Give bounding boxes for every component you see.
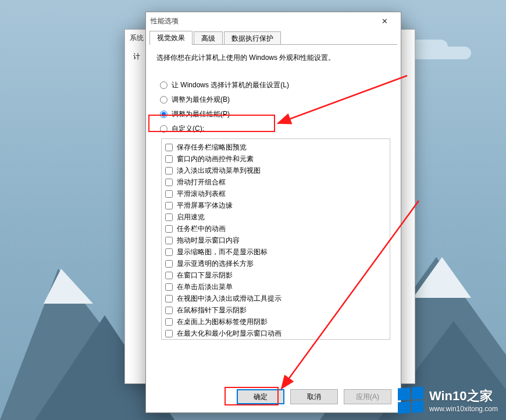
checkbox-row[interactable]: 在单击后淡出菜单 (165, 281, 386, 293)
checkbox-label: 任务栏中的动画 (177, 223, 226, 234)
checkbox-input[interactable] (165, 318, 173, 326)
checkbox-input[interactable] (165, 272, 173, 279)
close-icon[interactable]: ✕ (373, 13, 396, 29)
radio-best-performance[interactable]: 调整为最佳性能(P) (160, 109, 390, 119)
radio-label: 自定义(C): (172, 124, 204, 134)
visual-effects-checklist[interactable]: 保存任务栏缩略图预览窗口内的动画控件和元素淡入淡出或滑动菜单到视图滑动打开组合框… (161, 138, 390, 340)
watermark-title: Win10之家 (429, 387, 498, 405)
back-body-fragment: 计 (133, 52, 140, 60)
tab-visual-effects[interactable]: 视觉效果 (149, 31, 193, 45)
checkbox-label: 启用速览 (177, 211, 205, 223)
windows-logo-icon (398, 386, 423, 414)
checkbox-row[interactable]: 启用速览 (165, 211, 386, 223)
checkbox-label: 在单击后淡出菜单 (177, 281, 233, 293)
radio-label: 调整为最佳外观(B) (172, 95, 230, 105)
checkbox-row[interactable]: 平滑屏幕字体边缘 (165, 200, 386, 211)
checkbox-input[interactable] (165, 237, 173, 244)
checkbox-label: 窗口内的动画控件和元素 (177, 153, 254, 165)
checkbox-input[interactable] (165, 144, 173, 151)
checkbox-label: 在视图中淡入淡出或滑动工具提示 (177, 293, 281, 304)
instruction-text: 选择你想在此计算机上使用的 Windows 外观和性能设置。 (156, 53, 390, 63)
checkbox-row[interactable]: 在最大化和最小化时显示窗口动画 (165, 328, 386, 339)
checkbox-input[interactable] (165, 307, 173, 314)
tab-label: 数据执行保护 (231, 34, 273, 44)
ok-button[interactable]: 确定 (237, 389, 284, 404)
checkbox-label: 显示缩略图，而不是显示图标 (177, 246, 268, 258)
tab-label: 视觉效果 (157, 33, 185, 43)
checkbox-row[interactable]: 在视图中淡入淡出或滑动工具提示 (165, 293, 386, 304)
radio-input[interactable] (160, 96, 168, 104)
checkbox-label: 显示亚透明的选择长方形 (177, 258, 254, 269)
checkbox-row[interactable]: 任务栏中的动画 (165, 223, 386, 234)
tabstrip: 视觉效果 高级 数据执行保护 (146, 30, 401, 45)
checkbox-label: 滑动打开组合框 (177, 176, 226, 188)
apply-button[interactable]: 应用(A) (344, 389, 391, 404)
checkbox-row[interactable]: 在桌面上为图标标签使用阴影 (165, 316, 386, 328)
checkbox-input[interactable] (165, 225, 173, 233)
checkbox-label: 平滑屏幕字体边缘 (177, 200, 233, 211)
checkbox-input[interactable] (165, 202, 173, 209)
radio-group: 让 Windows 选择计算机的最佳设置(L) 调整为最佳外观(B) 调整为最佳… (160, 80, 390, 134)
checkbox-row[interactable]: 窗口内的动画控件和元素 (165, 153, 386, 165)
checkbox-row[interactable]: 平滑滚动列表框 (165, 188, 386, 200)
dialog-buttons: 确定 取消 应用(A) (237, 389, 391, 404)
checkbox-row[interactable]: 在窗口下显示阴影 (165, 269, 386, 281)
checkbox-input[interactable] (165, 167, 173, 175)
checkbox-label: 在桌面上为图标标签使用阴影 (177, 316, 268, 328)
radio-input[interactable] (160, 81, 168, 89)
checkbox-input[interactable] (165, 283, 173, 291)
bg-snowcap (413, 257, 471, 298)
checkbox-label: 拖动时显示窗口内容 (177, 234, 240, 246)
cancel-button[interactable]: 取消 (290, 389, 338, 404)
checkbox-label: 保存任务栏缩略图预览 (177, 141, 247, 153)
checkbox-input[interactable] (165, 190, 173, 198)
checkbox-input[interactable] (165, 295, 173, 302)
watermark: Win10之家 www.win10xitong.com (398, 387, 498, 413)
checkbox-row[interactable]: 显示亚透明的选择长方形 (165, 258, 386, 269)
tab-dep[interactable]: 数据执行保护 (224, 31, 281, 45)
checkbox-label: 在窗口下显示阴影 (177, 269, 233, 281)
checkbox-label: 在鼠标指针下显示阴影 (177, 304, 247, 316)
radio-input[interactable] (160, 125, 168, 133)
bg-snowcap (44, 269, 93, 304)
radio-input[interactable] (160, 111, 168, 118)
checkbox-row[interactable]: 显示缩略图，而不是显示图标 (165, 246, 386, 258)
checkbox-row[interactable]: 淡入淡出或滑动菜单到视图 (165, 165, 386, 176)
checkbox-input[interactable] (165, 248, 173, 256)
checkbox-input[interactable] (165, 213, 173, 221)
radio-custom[interactable]: 自定义(C): (160, 124, 390, 134)
checkbox-input[interactable] (165, 155, 173, 163)
checkbox-label: 在最大化和最小化时显示窗口动画 (177, 328, 281, 339)
checkbox-input[interactable] (165, 260, 173, 268)
tab-label: 高级 (201, 34, 215, 44)
checkbox-row[interactable]: 滑动打开组合框 (165, 176, 386, 188)
performance-options-dialog: 性能选项 ✕ 视觉效果 高级 数据执行保护 选择你想在此计算机上使用的 Wind… (145, 12, 401, 413)
watermark-url: www.win10xitong.com (429, 405, 498, 413)
dialog-title: 性能选项 (151, 16, 179, 26)
radio-label: 让 Windows 选择计算机的最佳设置(L) (172, 80, 289, 90)
checkbox-input[interactable] (165, 330, 173, 337)
tab-advanced[interactable]: 高级 (194, 31, 223, 45)
checkbox-row[interactable]: 拖动时显示窗口内容 (165, 234, 386, 246)
radio-best-appearance[interactable]: 调整为最佳外观(B) (160, 95, 390, 105)
checkbox-label: 淡入淡出或滑动菜单到视图 (177, 165, 261, 176)
checkbox-label: 平滑滚动列表框 (177, 188, 226, 200)
radio-label: 调整为最佳性能(P) (172, 109, 230, 119)
checkbox-row[interactable]: 保存任务栏缩略图预览 (165, 141, 386, 153)
checkbox-input[interactable] (165, 179, 173, 186)
checkbox-row[interactable]: 在鼠标指针下显示阴影 (165, 304, 386, 316)
back-title: 系统 (130, 33, 144, 43)
titlebar[interactable]: 性能选项 ✕ (146, 12, 401, 30)
tab-body: 选择你想在此计算机上使用的 Windows 外观和性能设置。 让 Windows… (146, 45, 401, 344)
radio-let-windows[interactable]: 让 Windows 选择计算机的最佳设置(L) (160, 80, 390, 90)
